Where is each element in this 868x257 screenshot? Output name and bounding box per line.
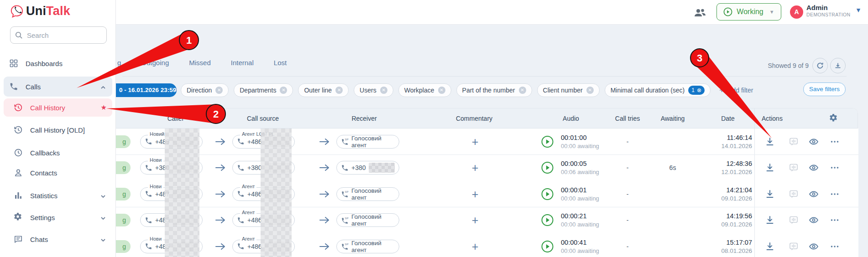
call-date: 09.01.2026 <box>697 195 752 202</box>
download-record-button[interactable] <box>765 163 775 173</box>
filter-chip-outer-line[interactable]: Outer line✕ <box>298 83 349 97</box>
filter-chip-departments[interactable]: Departments✕ <box>234 83 293 97</box>
add-commentary-button[interactable]: + <box>470 161 481 175</box>
sidebar-item-call-history[interactable]: Call History★ <box>4 98 112 117</box>
play-audio-button[interactable] <box>541 240 554 252</box>
export-button[interactable] <box>830 58 846 73</box>
filter-chip-users[interactable]: Users✕ <box>354 83 393 97</box>
user-menu-caret-icon[interactable]: ▼ <box>855 6 862 14</box>
view-details-button[interactable] <box>809 215 819 225</box>
chip-remove-icon[interactable]: ✕ <box>215 87 223 94</box>
download-record-button[interactable] <box>765 137 775 147</box>
tab-missed[interactable]: Missed <box>189 59 211 67</box>
add-commentary-button[interactable]: + <box>470 187 481 200</box>
tab-g[interactable]: g <box>117 59 121 67</box>
toolbar-divider <box>122 76 847 77</box>
awaiting-value: 6s <box>659 164 686 171</box>
arrow-right-icon <box>319 190 330 198</box>
chip-remove-icon[interactable]: ✕ <box>519 87 526 94</box>
sidebar-item-dashboards[interactable]: Dashboards <box>4 56 112 71</box>
more-actions-button[interactable] <box>830 215 840 225</box>
add-commentary-button[interactable]: + <box>470 214 481 227</box>
team-members-icon[interactable] <box>694 7 706 18</box>
row-actions <box>754 181 858 207</box>
search-input[interactable] <box>27 31 95 39</box>
transcript-button[interactable] <box>789 242 799 252</box>
add-commentary-button[interactable]: + <box>470 135 481 148</box>
arrow-right-icon <box>319 138 330 146</box>
filter-chips: Direction✕Departments✕Outer line✕Users✕W… <box>181 83 753 97</box>
receiver-pill[interactable]: SIPГолосовий агент <box>336 240 399 253</box>
filter-chip-direction[interactable]: Direction✕ <box>181 83 229 97</box>
view-details-button[interactable] <box>809 163 819 173</box>
view-details-button[interactable] <box>809 242 819 252</box>
user-name: Admin <box>806 4 828 11</box>
play-audio-button[interactable] <box>541 214 554 226</box>
table-settings-gear-icon[interactable] <box>829 114 838 123</box>
play-audio-button[interactable] <box>541 188 554 200</box>
avatar[interactable]: A <box>790 5 803 19</box>
date-cell: 14:21:0409.01.2026 <box>697 186 752 202</box>
sidebar-item-settings[interactable]: Settings <box>4 210 112 225</box>
filter-chip-part-of-the-number[interactable]: Part of the number✕ <box>456 83 532 97</box>
chip-remove-icon[interactable]: ✕ <box>438 87 445 94</box>
refresh-icon <box>816 62 824 69</box>
sidebar-item-contacts[interactable]: Contacts <box>4 165 112 180</box>
favorite-star-icon[interactable]: ★ <box>101 103 107 112</box>
filter-chip-client-number[interactable]: Client number✕ <box>537 83 600 97</box>
receiver-pill[interactable]: SIPГолосовий агент <box>336 135 399 149</box>
tab-outgoing[interactable]: Outgoing <box>141 59 169 67</box>
play-audio-button[interactable] <box>541 162 554 174</box>
svg-text:SIP: SIP <box>345 243 349 246</box>
transcript-button[interactable] <box>789 163 799 173</box>
filter-chip-minimal-call-duration-sec-[interactable]: Minimal call duration (sec)1⊗ <box>605 83 711 97</box>
phone-pill[interactable]: +380 <box>336 161 399 175</box>
download-record-button[interactable] <box>765 242 775 252</box>
transcript-button[interactable] <box>789 137 799 147</box>
chip-remove-icon[interactable]: ✕ <box>380 87 387 94</box>
table-row[interactable]: gНовий+489Агент LQM PL+486SIPГолосовий а… <box>110 128 858 155</box>
phone-prefix: +486 <box>247 190 262 198</box>
status-working-button[interactable]: Working ▼ <box>716 3 781 21</box>
sidebar-item-call-history-old[interactable]: Call History [OLD] <box>4 122 112 138</box>
receiver-pill[interactable]: SIPГолосовий агент <box>336 213 399 227</box>
call-date: 12.01.2026 <box>697 169 752 175</box>
sidebar-item-chats[interactable]: Chats <box>4 231 112 247</box>
table-row[interactable]: gНови+487Агент+486SIPГолосовий агент+00:… <box>110 181 858 207</box>
brand-logo[interactable]: UniTalk <box>10 4 70 18</box>
chip-count: 1 <box>691 87 695 93</box>
download-record-button[interactable] <box>765 189 775 199</box>
tab-internal[interactable]: Internal <box>231 59 254 67</box>
chip-count-badge: 1⊗ <box>688 86 705 95</box>
transcript-button[interactable] <box>789 215 799 225</box>
more-actions-button[interactable] <box>830 189 840 199</box>
table-row[interactable]: gНови+485Агент+486SIPГолосовий агент+00:… <box>110 233 858 257</box>
play-audio-button[interactable] <box>541 135 554 148</box>
sidebar-item-callbacks[interactable]: Callbacks <box>4 145 112 160</box>
refresh-button[interactable] <box>812 58 828 73</box>
more-actions-button[interactable] <box>830 163 840 173</box>
tab-lost[interactable]: Lost <box>274 59 287 67</box>
download-record-button[interactable] <box>765 215 775 225</box>
sidebar-search[interactable] <box>10 26 107 44</box>
call-duration: 00:00:01 <box>561 186 616 194</box>
more-actions-button[interactable] <box>830 137 840 147</box>
receiver-pill[interactable]: SIPГолосовий агент <box>336 187 399 201</box>
chip-remove-icon[interactable]: ✕ <box>586 87 594 94</box>
table-row[interactable]: gНови+380+380+380+00:00:0500:06 awaiting… <box>110 155 858 181</box>
chip-remove-icon[interactable]: ✕ <box>335 87 343 94</box>
view-details-button[interactable] <box>809 137 819 147</box>
table-row[interactable]: g+485Агент+486SIPГолосовий агент+00:00:2… <box>110 207 858 234</box>
sidebar-item-statistics[interactable]: Statistics <box>4 188 112 203</box>
more-actions-button[interactable] <box>830 242 840 252</box>
chip-badge-remove-icon[interactable]: ⊗ <box>697 87 701 93</box>
transcript-button[interactable] <box>789 189 799 199</box>
save-filters-button[interactable]: Save filters <box>803 82 846 96</box>
chip-remove-icon[interactable]: ✕ <box>280 87 287 94</box>
add-commentary-button[interactable]: + <box>470 240 481 253</box>
view-details-button[interactable] <box>809 189 819 199</box>
sidebar-item-calls[interactable]: Calls <box>4 77 112 97</box>
add-filter-button[interactable]: +Add filter <box>719 85 753 95</box>
topbar: Working ▼ A Admin DEMONSTRATION ▼ <box>0 0 868 25</box>
filter-chip-workplace[interactable]: Workplace✕ <box>398 83 451 97</box>
